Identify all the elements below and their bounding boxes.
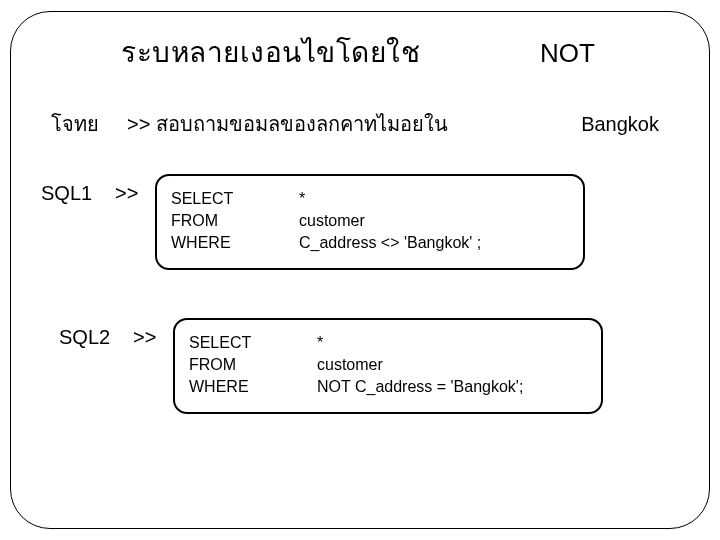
sql1-select-val: *: [299, 190, 569, 208]
sql2-where-val: NOT C_address = 'Bangkok';: [317, 378, 587, 396]
sql1-from-val: customer: [299, 212, 569, 230]
sql2-box: SELECT * FROM customer WHERE NOT C_addre…: [173, 318, 603, 414]
sql1-where-val: C_address <> 'Bangkok' ;: [299, 234, 569, 252]
sql1-from-line: FROM customer: [171, 212, 569, 230]
sql1-where-kw: WHERE: [171, 234, 299, 252]
sql1-label: SQL1: [41, 174, 101, 205]
sql1-arrow: >>: [115, 174, 141, 205]
slide-frame: ระบหลายเงอนไขโดยใช NOT โจทย >> สอบถามขอม…: [10, 11, 710, 529]
sql2-from-kw: FROM: [189, 356, 317, 374]
question-city: Bangkok: [581, 113, 659, 136]
question-row: โจทย >> สอบถามขอมลของลกคาทไมอยใน Bangkok: [51, 108, 679, 140]
sql2-select-kw: SELECT: [189, 334, 317, 352]
sql2-where-kw: WHERE: [189, 378, 317, 396]
sql2-row: SQL2 >> SELECT * FROM customer WHERE NOT…: [59, 318, 679, 414]
title-thai: ระบหลายเงอนไขโดยใช: [121, 30, 420, 74]
sql2-arrow: >>: [133, 318, 159, 349]
question-label: โจทย: [51, 108, 99, 140]
sql2-select-line: SELECT *: [189, 334, 587, 352]
title-row: ระบหลายเงอนไขโดยใช NOT: [121, 30, 679, 74]
sql1-select-kw: SELECT: [171, 190, 299, 208]
sql1-where-line: WHERE C_address <> 'Bangkok' ;: [171, 234, 569, 252]
sql2-from-val: customer: [317, 356, 587, 374]
sql2-where-line: WHERE NOT C_address = 'Bangkok';: [189, 378, 587, 396]
sql1-row: SQL1 >> SELECT * FROM customer WHERE C_a…: [41, 174, 679, 270]
sql1-from-kw: FROM: [171, 212, 299, 230]
question-text: สอบถามขอมลของลกคาทไมอยใน: [156, 113, 448, 135]
sql1-select-line: SELECT *: [171, 190, 569, 208]
question-arrows: >> สอบถามขอมลของลกคาทไมอยใน: [127, 108, 448, 140]
sql2-label: SQL2: [59, 318, 119, 349]
sql2-select-val: *: [317, 334, 587, 352]
title-not: NOT: [540, 38, 595, 69]
sql2-from-line: FROM customer: [189, 356, 587, 374]
sql1-box: SELECT * FROM customer WHERE C_address <…: [155, 174, 585, 270]
